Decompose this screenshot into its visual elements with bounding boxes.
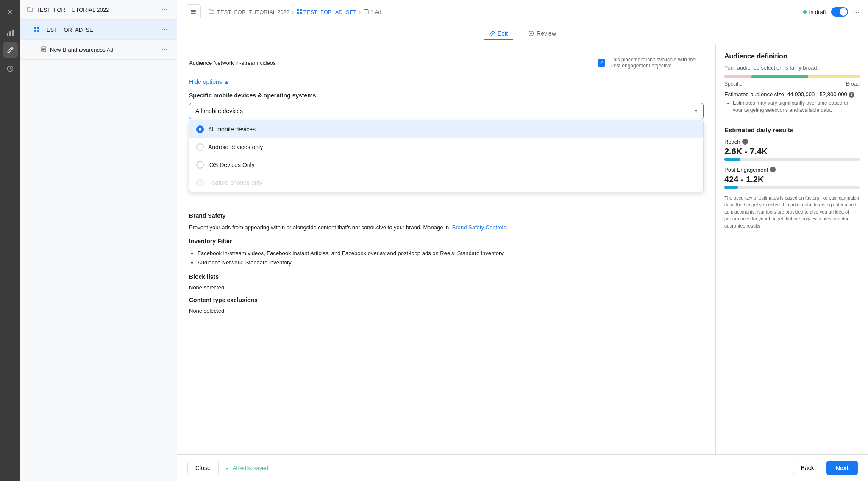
adset-more-btn[interactable]: ···	[159, 25, 170, 34]
edit-icon-btn[interactable]	[3, 42, 18, 58]
more-options-btn[interactable]: ···	[853, 8, 860, 17]
close-button[interactable]: Close	[187, 461, 219, 475]
radio-ios	[196, 161, 204, 169]
campaign-more-btn[interactable]: ···	[159, 5, 170, 14]
ad-label: New Brand awareness Ad	[50, 47, 114, 53]
folder-icon	[27, 6, 33, 14]
svg-rect-14	[191, 11, 196, 12]
top-bar: TEST_FOR_TUTORIAL 2022 › TEST_FOR_AD_SET…	[177, 0, 868, 24]
bottom-bar: Close ✓ All edits saved Back Next	[177, 454, 868, 481]
placement-note: This placement isn't available with the …	[610, 57, 704, 69]
block-lists-title: Block lists	[189, 273, 704, 280]
block-lists-section: Block lists None selected	[189, 273, 704, 291]
close-icon-btn[interactable]: ✕	[3, 4, 18, 19]
back-button[interactable]: Back	[793, 461, 822, 475]
inventory-section: Inventory Filter Facebook in-stream vide…	[189, 238, 704, 267]
content-area: Audience Network in-stream videos ✓ This…	[177, 44, 868, 454]
inventory-item-2: Audience Network: Standard inventory	[198, 258, 704, 267]
inventory-item-1: Facebook in-stream videos, Facebook Inst…	[198, 249, 704, 258]
reach-info-icon[interactable]: i	[742, 139, 748, 145]
checkmark-icon: ✓	[225, 465, 230, 471]
ad-more-btn[interactable]: ···	[159, 45, 170, 54]
svg-rect-20	[364, 10, 368, 14]
svg-rect-5	[34, 27, 36, 29]
draft-toggle[interactable]	[831, 7, 848, 17]
svg-line-3	[11, 48, 12, 50]
sidebar-toggle-btn[interactable]	[186, 4, 201, 19]
svg-rect-16	[297, 9, 299, 11]
right-panel: Audience definition Your audience select…	[715, 44, 868, 454]
estimated-results-title: Estimated daily results	[724, 126, 860, 133]
engagement-value: 424 - 1.2K	[724, 175, 860, 184]
content-exclusions-value: None selected	[189, 308, 704, 314]
hide-options-link[interactable]: Hide options ▲	[189, 78, 230, 85]
svg-rect-19	[300, 12, 302, 14]
breadcrumb-adset[interactable]: TEST_FOR_AD_SET	[297, 9, 357, 15]
reach-label: Reach i	[724, 139, 860, 145]
sidebar-icons: ✕	[0, 0, 20, 481]
svg-rect-1	[9, 31, 11, 36]
engagement-bar	[724, 186, 860, 189]
audience-note: 〜 Estimates may vary significantly over …	[724, 100, 860, 114]
campaign-item-ad[interactable]: New Brand awareness Ad ···	[20, 40, 177, 60]
chart-icon-btn[interactable]	[3, 25, 18, 41]
meter-red	[724, 75, 751, 78]
option-all-mobile[interactable]: All mobile devices	[189, 120, 703, 138]
svg-rect-6	[37, 27, 39, 29]
svg-rect-0	[7, 33, 8, 36]
tab-bar: Edit Review	[177, 24, 868, 44]
option-android[interactable]: Android devices only	[189, 138, 703, 156]
campaign-item-adset[interactable]: TEST_FOR_AD_SET ···	[20, 20, 177, 40]
engagement-info-icon[interactable]: i	[770, 167, 776, 172]
wave-icon: 〜	[724, 100, 730, 114]
next-button[interactable]: Next	[826, 461, 858, 475]
audience-info-icon[interactable]: i	[849, 92, 854, 98]
radio-feature	[196, 179, 204, 186]
svg-rect-2	[12, 30, 14, 36]
breadcrumb-campaign[interactable]: TEST_FOR_TUTORIAL 2022	[217, 9, 289, 15]
svg-rect-17	[300, 9, 302, 11]
placement-label: Audience Network in-stream videos	[189, 60, 275, 66]
campaign-panel: TEST_FOR_TUTORIAL 2022 ··· TEST_FOR_AD_S…	[20, 0, 177, 481]
placement-checkbox[interactable]: ✓	[598, 59, 605, 67]
label-broad: Broad	[846, 81, 860, 87]
radio-android	[196, 143, 204, 151]
option-ios[interactable]: iOS Devices Only	[189, 156, 703, 174]
content-exclusions-title: Content type exclusions	[189, 297, 704, 303]
reach-value: 2.6K - 7.4K	[724, 147, 860, 156]
svg-rect-13	[191, 10, 196, 11]
reach-bar	[724, 158, 860, 161]
svg-rect-15	[191, 13, 196, 14]
status-dot	[803, 10, 807, 14]
svg-point-24	[530, 33, 532, 34]
mobile-devices-dropdown[interactable]: All mobile devices ▾ All mobile devices …	[189, 103, 704, 119]
campaign-item-tutorial[interactable]: TEST_FOR_TUTORIAL 2022 ···	[20, 0, 177, 20]
brand-safety-link[interactable]: Brand Safety Controls	[452, 224, 506, 231]
label-specific: Specific	[724, 81, 742, 87]
accuracy-note: The accuracy of estimates is based on fa…	[724, 195, 860, 230]
saved-status: ✓ All edits saved	[225, 465, 268, 471]
brand-safety-text: Prevent your ads from appearing within o…	[189, 223, 704, 232]
radio-all-mobile	[196, 125, 204, 133]
svg-rect-8	[37, 30, 39, 32]
inventory-list: Facebook in-stream videos, Facebook Inst…	[189, 249, 704, 267]
svg-rect-7	[34, 30, 36, 32]
doc-icon	[41, 46, 47, 53]
breadcrumb: TEST_FOR_TUTORIAL 2022 › TEST_FOR_AD_SET…	[209, 8, 381, 16]
audience-size: Estimated audience size: 44,900,000 - 52…	[724, 91, 860, 98]
tab-edit[interactable]: Edit	[484, 28, 513, 40]
audience-definition-subtitle: Your audience selection is fairly broad.	[724, 64, 860, 71]
engagement-bar-fill	[724, 186, 738, 189]
meter-labels: Specific Broad	[724, 81, 860, 87]
main-content: TEST_FOR_TUTORIAL 2022 › TEST_FOR_AD_SET…	[177, 0, 868, 481]
grid-icon	[34, 26, 40, 33]
content-exclusions-section: Content type exclusions None selected	[189, 297, 704, 314]
tab-review[interactable]: Review	[523, 28, 561, 40]
audience-meter	[724, 75, 860, 78]
dropdown-options: All mobile devices Android devices only …	[189, 120, 704, 192]
block-lists-value: None selected	[189, 284, 704, 291]
engagement-label: Post Engagement i	[724, 167, 860, 173]
meter-yellow	[808, 75, 860, 78]
dropdown-trigger[interactable]: All mobile devices ▾	[189, 103, 704, 119]
history-icon-btn[interactable]	[3, 61, 18, 76]
